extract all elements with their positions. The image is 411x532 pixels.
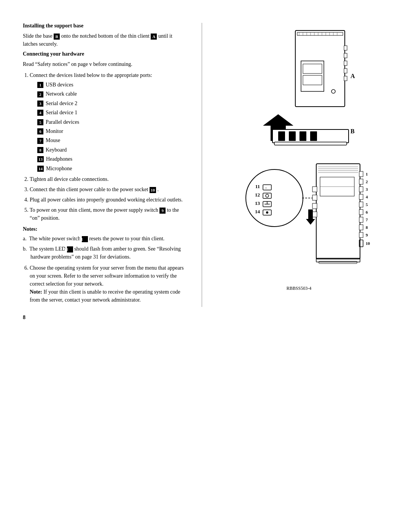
svg-rect-38 xyxy=(316,164,360,259)
port-num-5: 5 xyxy=(366,202,368,207)
device-item: 7Mouse xyxy=(37,136,186,145)
device-item: 5Parallel devices xyxy=(37,118,186,126)
svg-rect-27 xyxy=(310,131,317,141)
device-list: 1USB devices 2Network cable 3Serial devi… xyxy=(30,81,186,173)
note-a-text-b: resets the power to your thin client. xyxy=(88,236,164,241)
step-2: Tighten all device cable connections. xyxy=(30,175,186,183)
step-1: Connect the devices listed below to the … xyxy=(30,71,186,173)
svg-rect-50 xyxy=(359,225,363,230)
diagram-container: A B xyxy=(219,23,379,295)
device-label-3: Serial device 2 xyxy=(46,99,77,108)
installing-para: Slide the base B onto the notched bottom… xyxy=(23,32,186,48)
svg-rect-13 xyxy=(344,46,347,50)
num-14: 14 xyxy=(255,209,260,214)
port-num-1: 1 xyxy=(366,172,368,176)
main-steps-list: Connect the devices listed below to the … xyxy=(23,71,186,222)
badge-6: 6 xyxy=(37,128,43,134)
device-item: 14Microphone xyxy=(37,165,186,173)
label-b: B xyxy=(350,128,355,134)
notes-section: Notes: a. The white power switch 11 rese… xyxy=(23,225,186,261)
badge-7: 7 xyxy=(37,138,43,144)
device-item: 13Headphones xyxy=(37,155,186,163)
device-item: 4Serial device 1 xyxy=(37,109,186,117)
svg-rect-28 xyxy=(274,142,347,145)
label-a: A xyxy=(350,73,355,79)
badge-a: A xyxy=(151,34,157,40)
badge-10: 10 xyxy=(150,187,156,193)
port-num-8: 8 xyxy=(366,225,368,230)
svg-rect-53 xyxy=(312,187,317,192)
device-item: 1USB devices xyxy=(37,81,186,89)
connecting-title: Connecting your hardware xyxy=(23,51,186,57)
step-6-note-bold: Note: xyxy=(30,289,42,295)
device-label-7: Mouse xyxy=(46,136,60,145)
content-area: Installing the support base Slide the ba… xyxy=(0,23,411,307)
badge-5: 5 xyxy=(37,119,43,125)
svg-rect-14 xyxy=(344,53,347,58)
svg-rect-25 xyxy=(289,131,296,141)
step-6-a: Choose the operating system for your ser… xyxy=(30,265,184,287)
port-num-9: 9 xyxy=(366,233,368,237)
device-item: 3Serial device 2 xyxy=(37,99,186,108)
badge-2: 2 xyxy=(37,91,43,97)
badge-8: 8 xyxy=(37,147,43,153)
step-6-note-rest: If your thin client is unable to receive… xyxy=(30,289,180,303)
left-column: Installing the support base Slide the ba… xyxy=(23,23,198,307)
support-base xyxy=(272,129,349,145)
device-item: 2Network cable xyxy=(37,90,186,98)
badge-4: 4 xyxy=(37,110,43,116)
safety-note: Read “Safety notices” on page v before c… xyxy=(23,60,186,68)
right-column: A B xyxy=(206,23,388,295)
step-6: Choose the operating system for your ser… xyxy=(30,264,186,304)
installing-title: Installing the support base xyxy=(23,23,186,29)
device-label-5: Parallel devices xyxy=(46,118,79,126)
svg-rect-24 xyxy=(278,131,285,141)
badge-11: 11 xyxy=(82,236,88,242)
device-label-4: Serial device 1 xyxy=(46,109,77,117)
step-3-b: . xyxy=(156,187,159,192)
port-num-2: 2 xyxy=(366,179,368,184)
svg-rect-43 xyxy=(359,171,363,177)
svg-rect-55 xyxy=(312,203,317,209)
svg-rect-46 xyxy=(359,194,363,200)
step-4: Plug all power cables into properly grou… xyxy=(30,196,186,204)
step-5-a: To power on your thin client, move the p… xyxy=(30,207,159,213)
bottom-unit: 1 2 3 4 5 6 7 8 9 10 xyxy=(312,164,370,264)
device-item: 8Keyboard xyxy=(37,146,186,154)
callout-circle xyxy=(246,169,303,227)
note-a-text-a: The white power switch xyxy=(29,236,81,241)
svg-rect-48 xyxy=(359,209,363,215)
svg-rect-51 xyxy=(359,232,363,238)
device-label-13: Headphones xyxy=(46,155,72,163)
notes-list: a. The white power switch 11 resets the … xyxy=(23,235,186,261)
svg-rect-60 xyxy=(319,261,357,264)
column-divider xyxy=(202,23,202,307)
device-label-2: Network cable xyxy=(46,90,77,98)
badge-9: 9 xyxy=(159,208,166,214)
svg-rect-26 xyxy=(299,131,306,141)
badge-3: 3 xyxy=(37,101,43,107)
badge-13: 13 xyxy=(37,156,44,162)
page-number: 8 xyxy=(0,307,411,321)
badge-12: 12 xyxy=(67,246,73,252)
svg-rect-15 xyxy=(344,61,347,66)
port-num-7: 7 xyxy=(366,217,368,222)
step-5: To power on your thin client, move the p… xyxy=(30,206,186,222)
num-11: 11 xyxy=(255,184,260,189)
step-1-text: Connect the devices listed below to the … xyxy=(30,72,152,78)
svg-rect-45 xyxy=(359,187,363,192)
badge-b: B xyxy=(54,34,60,40)
svg-rect-54 xyxy=(312,195,317,200)
note-b-text-a: The system LED xyxy=(29,246,67,252)
port-num-10: 10 xyxy=(366,241,370,246)
svg-rect-49 xyxy=(359,217,363,222)
svg-rect-16 xyxy=(344,69,347,73)
note-b: b. The system LED 12 should flash from a… xyxy=(23,245,186,261)
step-3: Connect the thin client power cable to t… xyxy=(30,185,186,193)
top-unit: A xyxy=(295,30,355,107)
svg-rect-17 xyxy=(344,76,347,81)
page: Installing the support base Slide the ba… xyxy=(0,0,411,532)
port-num-6: 6 xyxy=(366,210,368,214)
device-label-6: Monitor xyxy=(46,127,63,136)
device-label-1: USB devices xyxy=(46,81,73,89)
